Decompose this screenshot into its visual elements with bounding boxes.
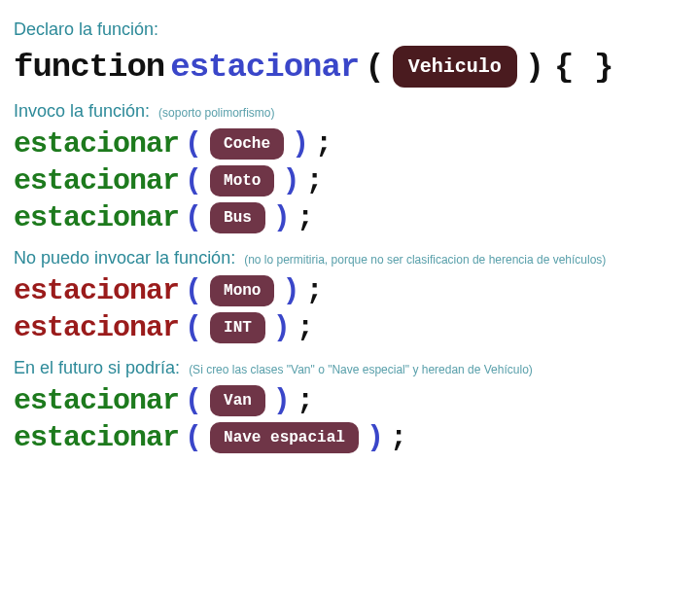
arg-type-pill: INT — [210, 312, 265, 343]
paren-close: ) — [525, 49, 544, 86]
semicolon: ; — [297, 201, 314, 234]
call-line: estacionar ( Bus ) ; — [14, 201, 686, 234]
arg-type-pill: Moto — [210, 165, 274, 196]
invoke-ok-block: estacionar ( Coche ) ; estacionar ( Moto… — [14, 127, 686, 234]
declaration-line: function estacionar ( Vehiculo ) { } — [14, 46, 686, 88]
section-title-invoke: Invoco la función: (soporto polimorfismo… — [14, 101, 686, 122]
paren-close: ) — [292, 127, 309, 161]
fn-body-braces: { } — [554, 49, 613, 86]
call-line: estacionar ( Van ) ; — [14, 384, 686, 417]
invoke-future-block: estacionar ( Van ) ; estacionar ( Nave e… — [14, 384, 686, 454]
function-name-decl: estacionar — [170, 49, 359, 86]
paren-close: ) — [273, 311, 291, 344]
section-title-text: En el futuro si podría: — [14, 358, 180, 377]
call-line: estacionar ( Nave espacial ) ; — [14, 421, 686, 454]
paren-open: ( — [185, 384, 202, 417]
arg-type-pill: Nave espacial — [210, 422, 359, 453]
semicolon: ; — [390, 421, 407, 454]
semicolon: ; — [305, 164, 323, 197]
section-title-future: En el futuro si podría: (Si creo las cla… — [14, 358, 686, 378]
paren-close: ) — [273, 201, 291, 234]
section-subtitle: (soporto polimorfismo) — [158, 106, 274, 120]
call-line: estacionar ( Coche ) ; — [14, 127, 686, 161]
call-fn: estacionar — [14, 421, 179, 454]
paren-close: ) — [273, 384, 291, 417]
section-title-text: Invoco la función: — [14, 101, 150, 121]
semicolon: ; — [315, 127, 332, 161]
section-title-text: No puedo invocar la función: — [14, 248, 235, 268]
call-line: estacionar ( INT ) ; — [14, 311, 686, 344]
paren-close: ) — [282, 164, 299, 197]
section-subtitle: (no lo permitiria, porque no ser clasifi… — [244, 253, 606, 267]
semicolon: ; — [297, 384, 314, 417]
paren-open: ( — [185, 127, 202, 161]
call-fn: estacionar — [14, 164, 179, 197]
arg-type-pill: Bus — [210, 202, 265, 233]
paren-open: ( — [185, 311, 202, 344]
arg-type-pill: Van — [210, 385, 265, 416]
declaration-block: function estacionar ( Vehiculo ) { } — [14, 46, 686, 88]
arg-type-pill: Mono — [210, 275, 274, 306]
invoke-bad-block: estacionar ( Mono ) ; estacionar ( INT )… — [14, 274, 686, 344]
section-title-cannot: No puedo invocar la función: (no lo perm… — [14, 248, 686, 268]
semicolon: ; — [305, 274, 323, 307]
paren-close: ) — [282, 274, 299, 307]
call-fn: estacionar — [14, 384, 179, 417]
paren-open: ( — [185, 274, 202, 307]
call-fn: estacionar — [14, 311, 179, 344]
section-subtitle: (Si creo las clases "Van" o "Nave especi… — [189, 363, 533, 376]
paren-open: ( — [185, 201, 202, 234]
call-fn: estacionar — [14, 274, 179, 307]
paren-open: ( — [185, 421, 202, 454]
call-line: estacionar ( Mono ) ; — [14, 274, 686, 307]
keyword-function: function — [14, 49, 164, 86]
paren-close: ) — [367, 421, 384, 454]
call-fn: estacionar — [14, 127, 179, 161]
param-type-pill: Vehiculo — [393, 46, 517, 88]
semicolon: ; — [297, 311, 314, 344]
call-line: estacionar ( Moto ) ; — [14, 164, 686, 197]
paren-open: ( — [185, 164, 202, 197]
paren-open: ( — [365, 49, 384, 86]
call-fn: estacionar — [14, 201, 179, 234]
arg-type-pill: Coche — [210, 128, 284, 160]
section-title-declare: Declaro la función: — [14, 19, 686, 40]
